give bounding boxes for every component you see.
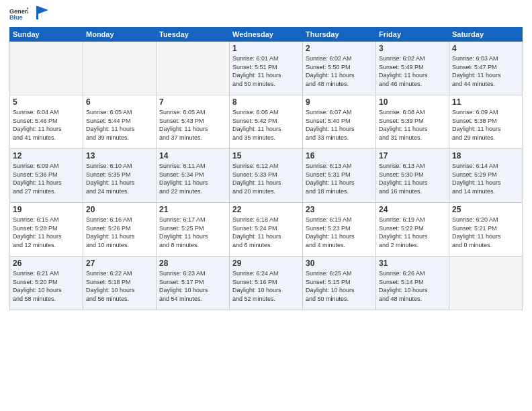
calendar-week-row: 5Sunrise: 6:04 AM Sunset: 5:46 PM Daylig… xyxy=(10,95,523,149)
day-number: 31 xyxy=(379,259,446,268)
col-monday: Monday xyxy=(83,28,157,42)
table-row: 23Sunrise: 6:19 AM Sunset: 5:23 PM Dayli… xyxy=(303,203,376,257)
day-info: Sunrise: 6:18 AM Sunset: 5:24 PM Dayligh… xyxy=(232,216,300,249)
table-row: 25Sunrise: 6:20 AM Sunset: 5:21 PM Dayli… xyxy=(449,203,523,257)
svg-text:Blue: Blue xyxy=(9,14,23,21)
table-row: 4Sunrise: 6:03 AM Sunset: 5:47 PM Daylig… xyxy=(449,42,523,95)
day-number: 16 xyxy=(306,151,373,161)
svg-rect-4 xyxy=(36,6,38,19)
day-number: 28 xyxy=(159,259,226,268)
table-row: 14Sunrise: 6:11 AM Sunset: 5:34 PM Dayli… xyxy=(157,149,230,203)
calendar-week-row: 1Sunrise: 6:01 AM Sunset: 5:51 PM Daylig… xyxy=(10,42,523,95)
day-number: 15 xyxy=(232,151,300,161)
table-row: 27Sunrise: 6:22 AM Sunset: 5:18 PM Dayli… xyxy=(83,257,157,310)
day-number: 21 xyxy=(159,205,226,214)
table-row: 3Sunrise: 6:02 AM Sunset: 5:49 PM Daylig… xyxy=(376,42,449,95)
table-row xyxy=(157,42,230,95)
logo-icon: General Blue xyxy=(9,7,28,21)
table-row: 8Sunrise: 6:06 AM Sunset: 5:42 PM Daylig… xyxy=(230,95,303,149)
calendar-week-row: 12Sunrise: 6:09 AM Sunset: 5:36 PM Dayli… xyxy=(10,149,523,203)
day-number: 26 xyxy=(13,259,80,268)
col-sunday: Sunday xyxy=(10,28,83,42)
col-thursday: Thursday xyxy=(303,28,376,42)
day-info: Sunrise: 6:26 AM Sunset: 5:14 PM Dayligh… xyxy=(379,269,446,303)
day-number: 9 xyxy=(306,97,373,107)
day-info: Sunrise: 6:25 AM Sunset: 5:15 PM Dayligh… xyxy=(306,269,373,303)
table-row xyxy=(449,257,523,310)
table-row: 16Sunrise: 6:13 AM Sunset: 5:31 PM Dayli… xyxy=(303,149,376,203)
day-number: 29 xyxy=(232,259,300,268)
day-info: Sunrise: 6:23 AM Sunset: 5:17 PM Dayligh… xyxy=(159,269,226,303)
day-info: Sunrise: 6:24 AM Sunset: 5:16 PM Dayligh… xyxy=(232,269,300,303)
table-row: 20Sunrise: 6:16 AM Sunset: 5:26 PM Dayli… xyxy=(83,203,157,257)
day-number: 20 xyxy=(86,205,153,214)
table-row: 22Sunrise: 6:18 AM Sunset: 5:24 PM Dayli… xyxy=(230,203,303,257)
day-info: Sunrise: 6:12 AM Sunset: 5:33 PM Dayligh… xyxy=(232,162,300,195)
day-info: Sunrise: 6:05 AM Sunset: 5:43 PM Dayligh… xyxy=(159,108,226,142)
day-info: Sunrise: 6:10 AM Sunset: 5:35 PM Dayligh… xyxy=(86,162,153,195)
day-info: Sunrise: 6:14 AM Sunset: 5:29 PM Dayligh… xyxy=(452,162,519,195)
day-info: Sunrise: 6:19 AM Sunset: 5:23 PM Dayligh… xyxy=(306,216,373,249)
table-row: 2Sunrise: 6:02 AM Sunset: 5:50 PM Daylig… xyxy=(303,42,376,95)
col-saturday: Saturday xyxy=(449,28,523,42)
day-info: Sunrise: 6:09 AM Sunset: 5:38 PM Dayligh… xyxy=(452,108,519,142)
table-row: 11Sunrise: 6:09 AM Sunset: 5:38 PM Dayli… xyxy=(449,95,523,149)
calendar-header-row: Sunday Monday Tuesday Wednesday Thursday… xyxy=(10,28,523,42)
day-info: Sunrise: 6:15 AM Sunset: 5:28 PM Dayligh… xyxy=(13,216,80,249)
col-tuesday: Tuesday xyxy=(157,28,230,42)
day-number: 30 xyxy=(306,259,373,268)
day-number: 18 xyxy=(452,151,519,161)
day-info: Sunrise: 6:08 AM Sunset: 5:39 PM Dayligh… xyxy=(379,108,446,142)
day-number: 1 xyxy=(232,44,300,53)
day-info: Sunrise: 6:06 AM Sunset: 5:42 PM Dayligh… xyxy=(232,108,300,142)
table-row: 17Sunrise: 6:13 AM Sunset: 5:30 PM Dayli… xyxy=(376,149,449,203)
day-number: 19 xyxy=(13,205,80,214)
day-number: 4 xyxy=(452,44,519,53)
day-number: 3 xyxy=(379,44,446,53)
day-number: 11 xyxy=(452,97,519,107)
day-info: Sunrise: 6:07 AM Sunset: 5:40 PM Dayligh… xyxy=(306,108,373,142)
day-number: 2 xyxy=(306,44,373,53)
day-info: Sunrise: 6:22 AM Sunset: 5:18 PM Dayligh… xyxy=(86,269,153,303)
svg-marker-3 xyxy=(38,6,48,14)
day-info: Sunrise: 6:13 AM Sunset: 5:31 PM Dayligh… xyxy=(306,162,373,195)
table-row: 21Sunrise: 6:17 AM Sunset: 5:25 PM Dayli… xyxy=(157,203,230,257)
calendar-week-row: 19Sunrise: 6:15 AM Sunset: 5:28 PM Dayli… xyxy=(10,203,523,257)
day-info: Sunrise: 6:02 AM Sunset: 5:50 PM Dayligh… xyxy=(306,54,373,88)
day-number: 25 xyxy=(452,205,519,214)
day-info: Sunrise: 6:01 AM Sunset: 5:51 PM Dayligh… xyxy=(232,54,300,88)
day-number: 17 xyxy=(379,151,446,161)
day-number: 22 xyxy=(232,205,300,214)
day-number: 5 xyxy=(13,97,80,107)
table-row xyxy=(83,42,157,95)
day-number: 27 xyxy=(86,259,153,268)
table-row: 26Sunrise: 6:21 AM Sunset: 5:20 PM Dayli… xyxy=(10,257,83,310)
table-row: 5Sunrise: 6:04 AM Sunset: 5:46 PM Daylig… xyxy=(10,95,83,149)
table-row: 6Sunrise: 6:05 AM Sunset: 5:44 PM Daylig… xyxy=(83,95,157,149)
table-row: 19Sunrise: 6:15 AM Sunset: 5:28 PM Dayli… xyxy=(10,203,83,257)
table-row: 28Sunrise: 6:23 AM Sunset: 5:17 PM Dayli… xyxy=(157,257,230,310)
table-row: 1Sunrise: 6:01 AM Sunset: 5:51 PM Daylig… xyxy=(230,42,303,95)
table-row: 10Sunrise: 6:08 AM Sunset: 5:39 PM Dayli… xyxy=(376,95,449,149)
day-info: Sunrise: 6:13 AM Sunset: 5:30 PM Dayligh… xyxy=(379,162,446,195)
col-wednesday: Wednesday xyxy=(230,28,303,42)
day-info: Sunrise: 6:17 AM Sunset: 5:25 PM Dayligh… xyxy=(159,216,226,249)
day-info: Sunrise: 6:16 AM Sunset: 5:26 PM Dayligh… xyxy=(86,216,153,249)
logo: General Blue xyxy=(9,7,48,21)
table-row: 13Sunrise: 6:10 AM Sunset: 5:35 PM Dayli… xyxy=(83,149,157,203)
table-row: 31Sunrise: 6:26 AM Sunset: 5:14 PM Dayli… xyxy=(376,257,449,310)
table-row: 12Sunrise: 6:09 AM Sunset: 5:36 PM Dayli… xyxy=(10,149,83,203)
page-container: General Blue Sunday Monday Tuesday xyxy=(0,0,532,411)
day-number: 10 xyxy=(379,97,446,107)
day-number: 8 xyxy=(232,97,300,107)
day-info: Sunrise: 6:20 AM Sunset: 5:21 PM Dayligh… xyxy=(452,216,519,249)
day-number: 7 xyxy=(159,97,226,107)
day-info: Sunrise: 6:09 AM Sunset: 5:36 PM Dayligh… xyxy=(13,162,80,195)
table-row: 18Sunrise: 6:14 AM Sunset: 5:29 PM Dayli… xyxy=(449,149,523,203)
day-info: Sunrise: 6:05 AM Sunset: 5:44 PM Dayligh… xyxy=(86,108,153,142)
header: General Blue xyxy=(9,7,523,21)
table-row: 7Sunrise: 6:05 AM Sunset: 5:43 PM Daylig… xyxy=(157,95,230,149)
table-row: 24Sunrise: 6:19 AM Sunset: 5:22 PM Dayli… xyxy=(376,203,449,257)
table-row: 30Sunrise: 6:25 AM Sunset: 5:15 PM Dayli… xyxy=(303,257,376,310)
day-info: Sunrise: 6:11 AM Sunset: 5:34 PM Dayligh… xyxy=(159,162,226,195)
